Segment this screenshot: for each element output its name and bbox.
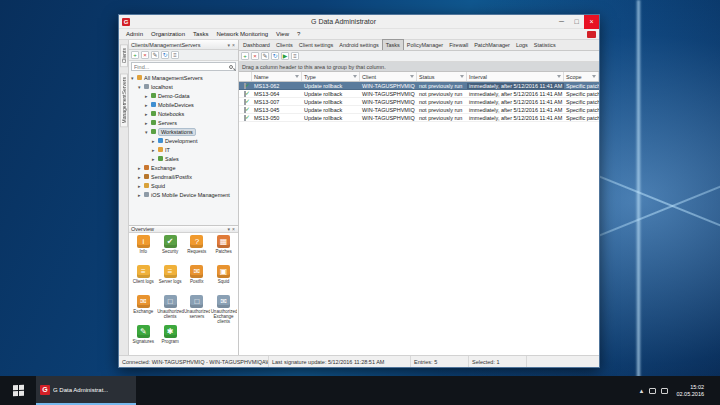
tab-policymanager[interactable]: PolicyManager: [404, 40, 446, 50]
tree-item-mobiledevices[interactable]: MobileDevices: [129, 100, 238, 109]
tab-logs[interactable]: Logs: [513, 40, 531, 50]
find-box[interactable]: [131, 62, 236, 71]
menu-admin[interactable]: Admin: [122, 29, 147, 40]
tile-signatures[interactable]: ✎Signatures: [130, 325, 157, 354]
column-interval[interactable]: Interval: [467, 72, 564, 81]
tasks-toolbar: + × ✎ ↻ ▶ ≡: [239, 51, 599, 62]
tile-squid[interactable]: ▣Squid: [210, 265, 237, 294]
menu-organization[interactable]: Organization: [147, 29, 189, 40]
edit-task-icon[interactable]: ✎: [261, 52, 269, 60]
tile-info[interactable]: iInfo: [130, 235, 157, 264]
taskbar-clock[interactable]: 15:02 02.05.2016: [673, 384, 707, 398]
edit-client-icon[interactable]: ✎: [151, 51, 159, 59]
run-task-icon[interactable]: ▶: [281, 52, 289, 60]
start-button[interactable]: [0, 376, 36, 405]
tile-security[interactable]: ✔Security: [157, 235, 184, 264]
tab-patchmanager[interactable]: PatchManager: [471, 40, 513, 50]
menu-network-monitoring[interactable]: Network Monitoring: [212, 29, 272, 40]
filter-icon[interactable]: [557, 75, 561, 78]
table-row[interactable]: MS13-050 Update rollback WIN-TAGUSPHVMIQ…: [239, 114, 599, 122]
tree-item-development[interactable]: Development: [129, 136, 238, 145]
tree-item-ios-mdm[interactable]: iOS Mobile Device Management: [129, 190, 238, 199]
tree-item-workstations[interactable]: Workstations: [129, 127, 238, 136]
network-icon[interactable]: [649, 388, 656, 394]
tab-client-settings[interactable]: Client settings: [296, 40, 337, 50]
row-checkbox[interactable]: [244, 83, 246, 89]
tab-dashboard[interactable]: Dashboard: [240, 40, 273, 50]
volume-icon[interactable]: [661, 388, 668, 394]
select-all-checkbox[interactable]: [239, 72, 252, 81]
column-status[interactable]: Status: [417, 72, 467, 81]
tile-patches[interactable]: ▦Patches: [210, 235, 237, 264]
tab-firewall[interactable]: Firewall: [446, 40, 471, 50]
column-name[interactable]: Name: [252, 72, 302, 81]
task-table: MS13-062 Update rollback WIN-TAGUSPHVMIQ…: [239, 82, 599, 355]
panel-close-icon[interactable]: ×: [231, 42, 236, 48]
column-type[interactable]: Type: [302, 72, 360, 81]
row-checkbox[interactable]: [244, 99, 246, 105]
tab-clients[interactable]: Clients: [273, 40, 296, 50]
tree-item-sales[interactable]: Sales: [129, 154, 238, 163]
refresh-tasks-icon[interactable]: ↻: [271, 52, 279, 60]
side-tab-managementservers[interactable]: ManagementServers: [120, 73, 128, 127]
tile-server-logs[interactable]: ≡Server logs: [157, 265, 184, 294]
table-row[interactable]: MS13-007 Update rollback WIN-TAGUSPHVMIQ…: [239, 98, 599, 106]
tile-exchange[interactable]: ✉Exchange: [130, 295, 157, 324]
column-client[interactable]: Client: [360, 72, 417, 81]
tile-postfix[interactable]: ✉Postfix: [184, 265, 211, 294]
tab-statistics[interactable]: Statistics: [531, 40, 559, 50]
minimize-button[interactable]: ─: [554, 15, 569, 29]
menu-tasks[interactable]: Tasks: [189, 29, 212, 40]
title-bar[interactable]: G G Data Administrator ─ □ ×: [119, 15, 599, 29]
filter-icon[interactable]: [460, 75, 464, 78]
unit-icon: [158, 138, 163, 143]
tree-item-servers[interactable]: Servers: [129, 118, 238, 127]
table-row[interactable]: MS13-064 Update rollback WIN-TAGUSPHVMIQ…: [239, 90, 599, 98]
tree-item-it[interactable]: IT: [129, 145, 238, 154]
add-client-icon[interactable]: +: [131, 51, 139, 59]
find-input[interactable]: [134, 64, 229, 70]
tab-android-settings[interactable]: Android settings: [336, 40, 381, 50]
taskbar-app-gdata[interactable]: G G Data Administrat...: [36, 376, 136, 405]
refresh-clients-icon[interactable]: ↻: [161, 51, 169, 59]
menu-view[interactable]: View: [272, 29, 293, 40]
column-scope[interactable]: Scope: [564, 72, 599, 81]
tree-item-sendmail-postfix[interactable]: Sendmail/Postfix: [129, 172, 238, 181]
table-row[interactable]: MS13-045 Update rollback WIN-TAGUSPHVMIQ…: [239, 106, 599, 114]
menu-help[interactable]: ?: [293, 29, 304, 40]
row-checkbox[interactable]: [244, 107, 246, 113]
tree-item-all-managementservers[interactable]: All ManagementServers: [129, 73, 238, 82]
delete-client-icon[interactable]: ×: [141, 51, 149, 59]
hidden-icons-chevron[interactable]: ▲: [639, 388, 645, 394]
tile-client-logs[interactable]: ≡Client logs: [130, 265, 157, 294]
tree-item-exchange[interactable]: Exchange: [129, 163, 238, 172]
tab-tasks[interactable]: Tasks: [382, 39, 404, 50]
tree-item-demo-gdata[interactable]: Demo-Gdata: [129, 91, 238, 100]
close-button[interactable]: ×: [584, 15, 599, 29]
filter-icon[interactable]: [353, 75, 357, 78]
tile-unauthorized-exchange-clients[interactable]: ✉Unauthorized Exchange clients: [210, 295, 237, 324]
tree-item-squid[interactable]: Squid: [129, 181, 238, 190]
task-list-icon[interactable]: ≡: [291, 52, 299, 60]
delete-task-icon[interactable]: ×: [251, 52, 259, 60]
new-task-icon[interactable]: +: [241, 52, 249, 60]
tile-unauthorized-clients[interactable]: □Unauthorized clients: [157, 295, 184, 324]
tile-requests[interactable]: ?Requests: [184, 235, 211, 264]
row-checkbox[interactable]: [244, 115, 246, 121]
tile-unauthorized-servers[interactable]: □Unauthorized servers: [184, 295, 211, 324]
filter-icon[interactable]: [295, 75, 299, 78]
tree-item-notebooks[interactable]: Notebooks: [129, 109, 238, 118]
tree-item-localhost[interactable]: localhost: [129, 82, 238, 91]
maximize-button[interactable]: □: [569, 15, 584, 29]
side-tab-clients[interactable]: Clients: [120, 44, 128, 67]
group-by-bar[interactable]: Drag a column header to this area to gro…: [239, 62, 599, 72]
filter-icon[interactable]: [410, 75, 414, 78]
panel-close-icon[interactable]: ×: [231, 226, 236, 232]
list-view-icon[interactable]: ≡: [171, 51, 179, 59]
row-checkbox[interactable]: [244, 91, 246, 97]
menu-bar: Admin Organization Tasks Network Monitor…: [119, 29, 599, 40]
filter-icon[interactable]: [592, 75, 596, 78]
table-row[interactable]: MS13-062 Update rollback WIN-TAGUSPHVMIQ…: [239, 82, 599, 90]
tile-program[interactable]: ✱Program: [157, 325, 184, 354]
mail-icon: [144, 174, 149, 179]
